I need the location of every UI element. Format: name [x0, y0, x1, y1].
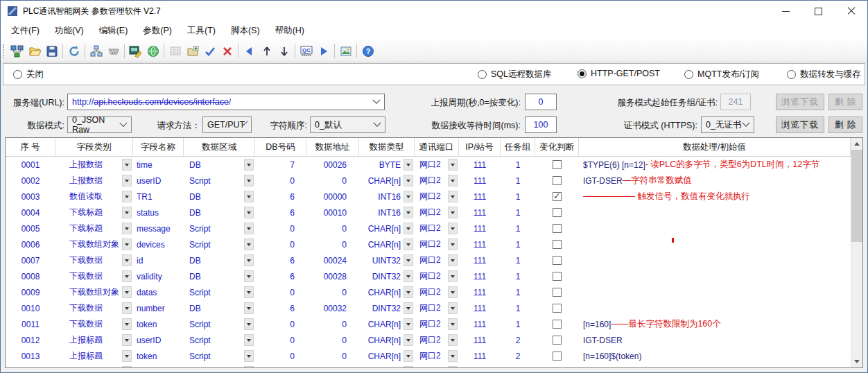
dropdown-button[interactable]: [448, 175, 458, 186]
change-checkbox[interactable]: [553, 160, 562, 169]
dropdown-button[interactable]: [122, 254, 132, 266]
dropdown-button[interactable]: [122, 350, 132, 362]
dropdown-button[interactable]: [122, 191, 132, 202]
change-checkbox[interactable]: [553, 176, 562, 185]
change-checkbox[interactable]: [553, 224, 562, 233]
browse-download-cert-button[interactable]: 浏览下载: [776, 94, 824, 110]
request-method-combobox[interactable]: GET/PUT: [202, 116, 252, 133]
dropdown-button[interactable]: [122, 270, 132, 282]
run-icon[interactable]: [315, 42, 332, 60]
serial-port-icon[interactable]: [105, 42, 122, 60]
menu-item-edit[interactable]: 编辑(E): [92, 22, 136, 40]
open-file-icon[interactable]: [26, 42, 43, 60]
table-row[interactable]: 0012上报标题userIDScript00CHAR[n]网口21112IGT-…: [6, 332, 851, 348]
dropdown-button[interactable]: [403, 334, 413, 346]
url-combobox[interactable]: http://api.heclouds.com/devices/interfac…: [67, 94, 385, 110]
dropdown-button[interactable]: [244, 238, 254, 250]
move-up-icon[interactable]: [258, 42, 275, 60]
dropdown-button[interactable]: [448, 302, 458, 314]
dropdown-button[interactable]: [448, 159, 458, 171]
table-row[interactable]: 0006下载数组对象devicesScript00CHAR[n]网口21111: [6, 236, 851, 252]
table-row[interactable]: 0001上报数据timeDB700026BYTE网口21111$TYPE(6) …: [6, 157, 851, 173]
menu-item-parameter[interactable]: 参数(P): [135, 22, 180, 40]
dropdown-button[interactable]: [244, 254, 254, 266]
qc-tool-icon[interactable]: QC: [297, 42, 315, 60]
dropdown-button[interactable]: [448, 238, 458, 250]
table-row[interactable]: 0011下载数据tokenScript00CHAR[n]网口21111[n=16…: [6, 316, 851, 332]
scrollbar-track[interactable]: [851, 242, 862, 356]
dropdown-button[interactable]: [122, 175, 132, 186]
dropdown-button[interactable]: [403, 302, 413, 314]
cert-mode-combobox[interactable]: 0_无证书: [701, 116, 754, 133]
dropdown-button[interactable]: [448, 270, 458, 282]
help-icon[interactable]: ?: [359, 42, 376, 60]
mode-option-close[interactable]: 关闭: [13, 69, 44, 80]
dropdown-button[interactable]: [448, 334, 458, 346]
mode-option-mqtt-pub-sub[interactable]: MQTT发布/订阅: [684, 69, 759, 80]
move-down-icon[interactable]: [275, 42, 293, 60]
dropdown-button[interactable]: [122, 159, 132, 171]
radio-icon[interactable]: [13, 70, 22, 79]
dropdown-button[interactable]: [244, 350, 254, 362]
dropdown-button[interactable]: [448, 223, 458, 234]
dropdown-button[interactable]: [403, 207, 413, 218]
cancel-cross-icon[interactable]: [218, 42, 236, 60]
dropdown-button[interactable]: [122, 334, 132, 346]
mode-option-sql-remote-db[interactable]: SQL远程数据库: [478, 69, 552, 80]
dropdown-button[interactable]: [448, 207, 458, 218]
dropdown-button[interactable]: [403, 366, 413, 367]
dropdown-button[interactable]: [122, 302, 132, 314]
network-globe-icon[interactable]: [144, 42, 162, 60]
dropdown-button[interactable]: [244, 191, 254, 202]
change-checkbox[interactable]: [553, 336, 562, 345]
dropdown-button[interactable]: [448, 350, 458, 362]
refresh-icon[interactable]: [65, 42, 83, 60]
recv-wait-input[interactable]: 100: [525, 116, 557, 133]
table-row[interactable]: 0002上报数据userIDScript00CHAR[n]网口21111IGT-…: [6, 173, 851, 189]
dropdown-button[interactable]: [122, 318, 132, 330]
change-checkbox[interactable]: [553, 288, 562, 297]
menu-item-tools[interactable]: 工具(T): [180, 22, 223, 40]
dropdown-button[interactable]: [403, 318, 413, 330]
vertical-scrollbar[interactable]: [851, 138, 862, 367]
dropdown-button[interactable]: [244, 223, 254, 234]
network-config-icon[interactable]: [8, 42, 26, 60]
delete-cert-button[interactable]: 删 除: [828, 94, 862, 110]
mode-option-data-forward-cache[interactable]: 数据转发与缓存: [787, 69, 861, 80]
dropdown-button[interactable]: [122, 366, 132, 367]
dropdown-button[interactable]: [403, 175, 413, 186]
change-checkbox[interactable]: [553, 272, 562, 281]
image-view-icon[interactable]: [337, 42, 354, 60]
close-button[interactable]: [835, 1, 867, 21]
scroll-down-button[interactable]: [851, 356, 862, 367]
report-period-input[interactable]: 0: [525, 94, 557, 110]
change-checkbox[interactable]: [553, 192, 562, 201]
dropdown-button[interactable]: [122, 223, 132, 234]
dropdown-button[interactable]: [403, 159, 413, 171]
dropdown-button[interactable]: [448, 366, 458, 367]
table-row[interactable]: 0005下载标题messageScript00CHAR[n]网口21111: [6, 220, 851, 236]
scrollbar-thumb[interactable]: [851, 150, 862, 242]
import-folder-icon[interactable]: [184, 42, 201, 60]
start-group-input[interactable]: 241: [720, 94, 751, 110]
save-icon[interactable]: [43, 42, 60, 60]
table-row[interactable]: 0003数值读取TR1DB600000INT16网口21111—————— 触发…: [6, 189, 851, 205]
topology-icon[interactable]: [87, 42, 105, 60]
dropdown-button[interactable]: [122, 286, 132, 298]
scroll-up-button[interactable]: [851, 138, 862, 150]
radio-icon[interactable]: [578, 69, 587, 78]
dropdown-button[interactable]: [244, 318, 254, 330]
dropdown-button[interactable]: [403, 238, 413, 250]
change-checkbox[interactable]: [553, 304, 562, 313]
dropdown-button[interactable]: [403, 350, 413, 362]
change-checkbox[interactable]: [553, 208, 562, 217]
menu-item-script[interactable]: 脚本(S): [223, 22, 268, 40]
delete-https-cert-button[interactable]: 删 除: [828, 116, 862, 133]
data-mode-combobox[interactable]: 0_JSON Raw: [67, 116, 132, 133]
table-row[interactable]: 0009下载数组对象datasScript00CHAR[n]网口21111: [6, 284, 851, 300]
dropdown-button[interactable]: [448, 318, 458, 330]
mode-option-http-get-post[interactable]: HTTP-GET/POST: [578, 69, 660, 78]
dropdown-button[interactable]: [448, 191, 458, 202]
plc-edit-icon[interactable]: [127, 42, 144, 60]
radio-icon[interactable]: [684, 70, 693, 79]
